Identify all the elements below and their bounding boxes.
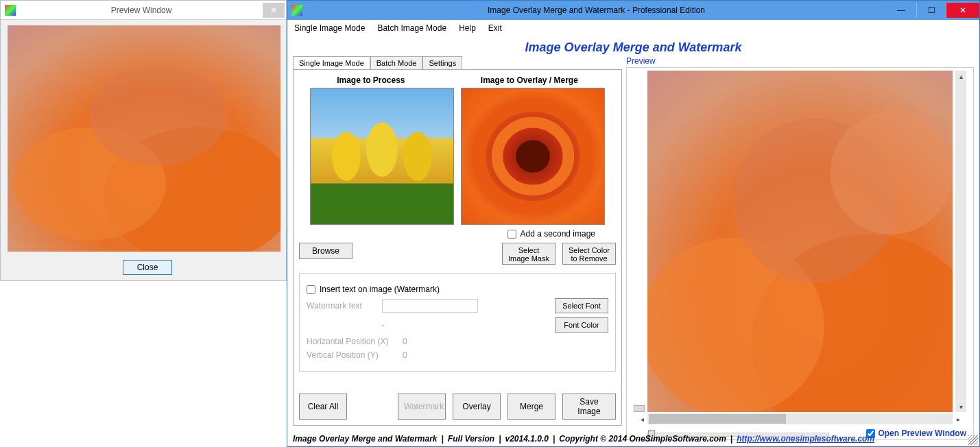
scroll-left-icon[interactable]: ◂ [636, 413, 647, 424]
watermark-dash: - [382, 320, 385, 330]
close-icon[interactable]: ✕ [263, 3, 285, 18]
scroll-right-icon[interactable]: ▸ [953, 413, 964, 424]
status-url-link[interactable]: http://www.onesimplesoftware.com [737, 434, 874, 444]
preview-image [8, 25, 280, 252]
select-mask-button[interactable]: Select Image Mask [502, 243, 555, 265]
status-version: v2014.1.0.0 [505, 434, 549, 444]
vertical-scrollbar[interactable]: ▴ ▾ [955, 71, 966, 412]
preview-image-large [647, 71, 953, 412]
tab-batch[interactable]: Batch Mode [370, 56, 423, 69]
close-button[interactable]: ✕ [946, 3, 979, 18]
slider-knob[interactable] [634, 405, 645, 412]
main-window: Image Overlay Merge and Watermark - Prof… [287, 0, 980, 447]
preview-box: ▴ ▾ ◂ ▸ Open Preview Window [626, 67, 974, 440]
scroll-up-icon[interactable]: ▴ [955, 71, 966, 82]
add-second-checkbox[interactable] [507, 230, 516, 239]
svg-point-10 [516, 140, 550, 173]
preview-label: Preview [626, 56, 974, 66]
add-second-label: Add a second image [521, 229, 595, 239]
svg-point-7 [403, 132, 432, 180]
tabs: Single Image Mode Batch Mode Settings [293, 56, 622, 69]
status-copyright: Copyright © 2014 OneSimpleSoftware.com [559, 434, 726, 444]
svg-point-3 [89, 66, 226, 165]
menu-batch[interactable]: Batch Image Mode [377, 23, 446, 33]
preview-titlebar[interactable]: Preview Window ✕ [1, 1, 286, 20]
watermark-button[interactable]: Watermark [398, 394, 446, 420]
merge-button[interactable]: Merge [507, 394, 555, 420]
watermark-text-input[interactable] [382, 299, 478, 313]
thumb-overlay[interactable] [461, 88, 605, 225]
main-titlebar[interactable]: Image Overlay Merge and Watermark - Prof… [287, 1, 979, 20]
hpos-label: Horizontal Position (X) [307, 337, 396, 346]
heading-process: Image to Process [337, 75, 405, 85]
status-version-label: Full Version [448, 434, 494, 444]
app-heading: Image Overlay Merge and Watermark [287, 36, 979, 56]
clear-all-button[interactable]: Clear All [299, 394, 347, 420]
watermark-text-label: Watermark text [307, 301, 375, 311]
preview-window: Preview Window ✕ Close [0, 0, 287, 281]
insert-text-checkbox[interactable] [307, 285, 315, 294]
insert-text-label: Insert text on image (Watermark) [320, 285, 440, 294]
tab-single[interactable]: Single Image Mode [293, 56, 370, 69]
resize-grip[interactable] [968, 435, 978, 445]
svg-point-6 [366, 123, 398, 177]
svg-point-5 [332, 132, 361, 180]
watermark-fieldset: Insert text on image (Watermark) Waterma… [299, 273, 616, 372]
thumb-process[interactable] [310, 88, 454, 225]
maximize-button[interactable]: ☐ [916, 3, 946, 18]
statusbar: Image Overlay Merge and Watermark | Full… [293, 434, 974, 444]
tab-content: Image to Process Image to Overlay / Merg… [293, 69, 622, 426]
heading-overlay: Image to Overlay / Merge [481, 75, 578, 85]
menu-help[interactable]: Help [459, 23, 476, 33]
left-panel: Single Image Mode Batch Mode Settings Im… [293, 56, 622, 440]
scroll-down-icon[interactable]: ▾ [955, 401, 966, 412]
menu-exit[interactable]: Exit [488, 23, 502, 33]
browse-button[interactable]: Browse [299, 243, 352, 259]
menu-single[interactable]: Single Image Mode [294, 23, 365, 33]
menubar: Single Image Mode Batch Image Mode Help … [287, 20, 979, 36]
vpos-value: 0 [403, 350, 407, 360]
vpos-label: Vertical Position (Y) [307, 350, 396, 360]
status-app: Image Overlay Merge and Watermark [293, 434, 438, 444]
tab-settings[interactable]: Settings [422, 56, 462, 69]
app-icon [291, 5, 302, 16]
svg-rect-8 [311, 184, 453, 224]
select-color-button[interactable]: Select Color to Remove [562, 243, 616, 265]
preview-title: Preview Window [20, 5, 263, 15]
right-panel: Preview ▴ ▾ ◂ ▸ Open Preview Window [626, 56, 974, 440]
svg-point-17 [830, 112, 953, 234]
font-color-button[interactable]: Font Color [555, 317, 608, 333]
hpos-value: 0 [403, 337, 407, 346]
app-icon [5, 5, 16, 16]
minimize-button[interactable]: — [886, 3, 916, 18]
scroll-thumb[interactable] [649, 414, 786, 424]
save-image-button[interactable]: Save Image [562, 394, 616, 420]
select-font-button[interactable]: Select Font [555, 298, 608, 313]
horizontal-scrollbar[interactable]: ◂ ▸ [647, 413, 953, 424]
preview-close-button[interactable]: Close [123, 260, 172, 275]
main-title: Image Overlay Merge and Watermark - Prof… [307, 5, 886, 15]
overlay-button[interactable]: Overlay [453, 394, 501, 420]
